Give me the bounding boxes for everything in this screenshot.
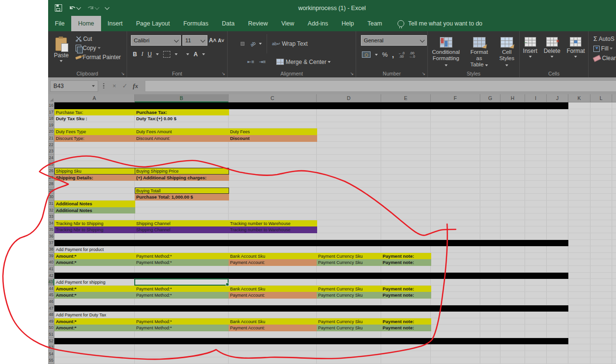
filled-row-band[interactable] <box>54 305 568 312</box>
borders-dropdown-arrow[interactable] <box>175 53 178 55</box>
row-header-45[interactable]: 45 <box>48 292 54 299</box>
tell-me-box[interactable]: Tell me what you want to do <box>389 16 482 31</box>
cell-B30[interactable]: Purchase Total: 1,000.00 $ <box>135 194 229 201</box>
comma-style-button[interactable]: , <box>392 50 394 59</box>
cell-B45[interactable]: Payment Method:* <box>135 292 229 299</box>
row-header-28[interactable]: 28 <box>48 181 54 188</box>
row-header-34[interactable]: 34 <box>48 220 54 227</box>
row-header-20[interactable]: 20 <box>48 128 54 135</box>
column-header-A[interactable]: A <box>54 94 135 102</box>
paste-dropdown-arrow[interactable] <box>60 60 63 62</box>
cell-B18[interactable]: Duty Tax:(+) 0.00 $ <box>135 115 229 122</box>
cell-A35[interactable]: Tracking Nbr to Shipping <box>54 226 135 233</box>
shrink-font-button[interactable]: A˅ <box>218 38 224 43</box>
cell-A32[interactable]: Additional Notes <box>54 207 135 214</box>
cell-D39[interactable]: Payment Currency Sku <box>317 253 382 260</box>
row-header-54[interactable]: 54 <box>48 351 54 358</box>
cell-E50[interactable]: Payment note: <box>381 325 431 331</box>
cell-B17[interactable]: Purchase Tax: <box>135 109 229 116</box>
cell-A17[interactable]: Purchase Tax: <box>54 109 135 116</box>
wrap-text-button[interactable]: ab↵ Wrap Text <box>272 40 308 47</box>
row-header-22[interactable]: 22 <box>48 142 54 149</box>
cell-A20[interactable]: Duty Fees Type <box>54 128 135 135</box>
row-header-55[interactable]: 55 <box>48 357 54 364</box>
formula-bar-resize-handle[interactable] <box>103 83 104 89</box>
font-color-dropdown-arrow[interactable] <box>202 53 205 55</box>
row-header-32[interactable]: 32 <box>48 207 54 214</box>
cell-B27[interactable]: (+) Additional Shipping charges: <box>135 175 229 181</box>
cell-E44[interactable]: Payment note: <box>381 286 431 292</box>
format-as-table-button[interactable]: Format as Table <box>464 34 494 68</box>
cell-A44[interactable]: Amount:* <box>54 286 135 292</box>
row-header-42[interactable]: 42 <box>48 273 54 279</box>
cell-E45[interactable]: Payment note: <box>381 292 431 299</box>
decrease-indent-button[interactable]: ⇤≡ <box>246 58 256 66</box>
cell-B34[interactable]: Shipping Channel <box>135 220 229 227</box>
name-box[interactable]: B43 <box>50 80 98 92</box>
cell-B39[interactable]: Payment Method:* <box>135 253 229 260</box>
tab-formulas[interactable]: Formulas <box>177 16 215 31</box>
row-header-44[interactable]: 44 <box>48 286 54 292</box>
row-header-16[interactable]: 16 <box>48 102 54 109</box>
row-header-46[interactable]: 46 <box>48 299 54 305</box>
formula-input[interactable] <box>145 80 616 92</box>
cell-A34[interactable]: Tracking Nbr to Shipping <box>54 220 135 227</box>
cell-B26[interactable]: Buying Shipping Price <box>135 168 229 175</box>
cell-A31[interactable]: Additional Notes <box>54 201 135 207</box>
cell-B20[interactable]: Duty Fees Amount <box>135 128 229 135</box>
clear-button[interactable]: Clear <box>593 55 616 62</box>
cell-B29[interactable]: Buying Totall <box>135 188 229 194</box>
column-header-E[interactable]: E <box>381 94 431 102</box>
cell-C35[interactable]: Tracking number to Warehouse <box>229 226 317 233</box>
merge-center-button[interactable]: Merge & Center <box>276 59 331 65</box>
cell-A21[interactable]: Discount Type: <box>54 135 135 142</box>
top-align-button[interactable] <box>231 42 234 45</box>
enter-icon[interactable]: ✓ <box>120 82 130 89</box>
cut-button[interactable]: Cut <box>76 36 121 42</box>
tab-home[interactable]: Home <box>71 16 101 31</box>
cell-A43[interactable]: Add Payment for shipping <box>54 279 135 286</box>
percent-style-button[interactable]: % <box>382 51 388 58</box>
cell-B40[interactable]: Payment Method:* <box>135 259 229 266</box>
row-header-19[interactable]: 19 <box>48 122 54 129</box>
row-header-33[interactable]: 33 <box>48 213 54 220</box>
cell-B50[interactable]: Payment Method:* <box>135 325 229 331</box>
column-header-J[interactable]: J <box>547 94 568 102</box>
row-header-50[interactable]: 50 <box>48 325 54 331</box>
row-header-47[interactable]: 47 <box>48 305 54 312</box>
alignment-dialog-launcher[interactable]: ↘ <box>350 71 354 76</box>
row-header-21[interactable]: 21 <box>48 135 54 142</box>
filled-row-band[interactable] <box>54 102 568 109</box>
cell-C49[interactable]: Bank Account Sku <box>229 318 317 325</box>
merge-center-dropdown-arrow[interactable] <box>328 61 331 63</box>
row-header-38[interactable]: 38 <box>48 246 54 253</box>
copy-button[interactable]: Copy <box>76 45 121 51</box>
filled-row-band[interactable] <box>54 240 568 247</box>
number-format-combo[interactable]: General <box>361 35 427 46</box>
row-header-23[interactable]: 23 <box>48 148 54 155</box>
column-header-K[interactable]: K <box>568 94 590 102</box>
column-header-G[interactable]: G <box>480 94 500 102</box>
underline-button[interactable]: U <box>148 51 152 58</box>
cell-A27[interactable]: Shipping Details: <box>54 175 135 181</box>
center-button[interactable] <box>236 61 239 63</box>
orientation-dropdown-arrow[interactable] <box>259 43 262 45</box>
tab-page-layout[interactable]: Page Layout <box>129 16 177 31</box>
grow-font-button[interactable]: A˄ <box>209 38 217 43</box>
tab-team[interactable]: Team <box>360 16 389 31</box>
selected-cell-B43[interactable] <box>134 278 229 286</box>
column-header-C[interactable]: C <box>229 94 317 102</box>
column-header-L[interactable]: L <box>590 94 612 102</box>
clipboard-dialog-launcher[interactable]: ↘ <box>121 71 125 76</box>
column-header-F[interactable]: F <box>431 94 480 102</box>
column-header-B[interactable]: B <box>135 94 229 102</box>
format-button[interactable]: Format <box>564 34 588 58</box>
tab-review[interactable]: Review <box>241 16 274 31</box>
fill-color-dropdown-arrow[interactable] <box>186 53 189 55</box>
row-header-18[interactable]: 18 <box>48 115 54 122</box>
cell-C39[interactable]: Bank Account Sku <box>229 253 317 260</box>
name-box-dropdown-arrow[interactable] <box>92 85 95 87</box>
column-header-extra[interactable] <box>612 94 616 102</box>
cell-C20[interactable]: Duty Fees <box>229 128 317 135</box>
cell-C40[interactable]: Payment Account: <box>229 259 317 266</box>
